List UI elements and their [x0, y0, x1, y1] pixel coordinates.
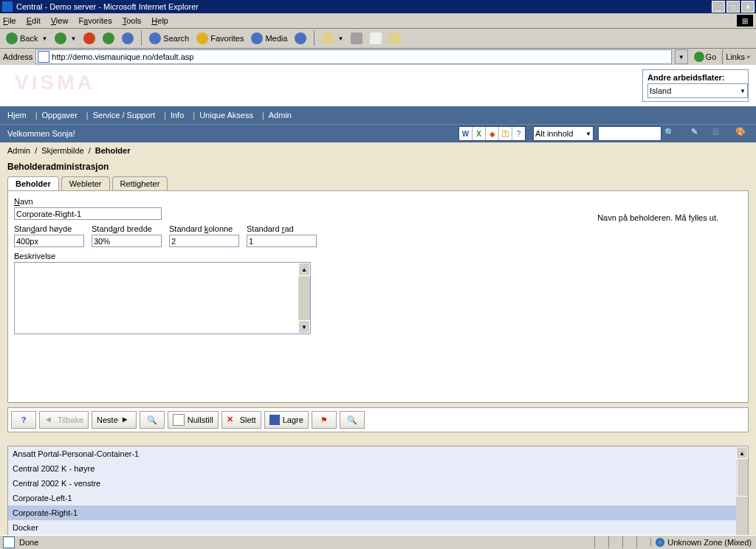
list-item-selected[interactable]: Corporate-Right-1: [8, 505, 748, 520]
mail-button[interactable]: ▼: [319, 31, 346, 46]
navn-label: Navn: [14, 197, 742, 206]
help-icon[interactable]: ?: [512, 127, 525, 140]
security-zone: Unknown Zone (Mixed): [650, 538, 756, 547]
key-icon[interactable]: ⚿: [498, 127, 512, 140]
desc-textarea[interactable]: ▲ ▼: [14, 262, 311, 334]
home-button[interactable]: [119, 31, 137, 46]
print-button[interactable]: [348, 31, 365, 46]
tab-rettigheter[interactable]: Rettigheter: [112, 176, 168, 190]
sh-input[interactable]: [14, 235, 84, 247]
alert-icon[interactable]: ◆: [485, 127, 498, 140]
address-dropdown[interactable]: ▼: [675, 49, 688, 64]
crumb-admin[interactable]: Admin: [7, 146, 30, 155]
workspace-select[interactable]: Island▼: [647, 83, 748, 98]
visma-logo: VISMA: [15, 71, 95, 94]
search-input[interactable]: [598, 126, 662, 141]
menu-view[interactable]: View: [51, 16, 69, 25]
favorites-button[interactable]: Favorites: [193, 31, 247, 46]
excel-icon[interactable]: X: [472, 127, 485, 140]
scroll-down-icon[interactable]: ▼: [298, 320, 310, 334]
media-button[interactable]: Media: [248, 31, 290, 46]
menu-file[interactable]: File: [3, 16, 16, 25]
menu-help[interactable]: Help: [151, 16, 168, 25]
magnifier-icon: 🔍: [147, 415, 157, 425]
flag-button[interactable]: ⚑: [312, 411, 337, 429]
lagre-button[interactable]: Lagre: [264, 411, 309, 429]
help-button[interactable]: ?: [11, 411, 36, 429]
sh-label: Standard høyde: [14, 224, 84, 233]
search-scope-select[interactable]: Alt innhold▼: [533, 126, 594, 141]
sitemap-icon[interactable]: ⌹: [713, 127, 726, 140]
sr-input[interactable]: [247, 235, 317, 247]
close-button[interactable]: ×: [741, 1, 755, 13]
tab-beholder[interactable]: Beholder: [7, 176, 59, 190]
nav-unique[interactable]: Unique Aksess: [199, 111, 253, 120]
slett-button[interactable]: ✕Slett: [221, 411, 261, 429]
nav-hjem[interactable]: Hjem: [7, 111, 27, 120]
status-panel: [636, 536, 650, 548]
throbber-icon: ⊞: [737, 15, 753, 27]
tab-row: Beholder Webleter Rettigheter: [7, 176, 749, 190]
go-button[interactable]: Go: [691, 52, 720, 62]
back-button[interactable]: Back▼: [3, 31, 50, 46]
edit-icon[interactable]: ✎: [691, 127, 704, 140]
nav-admin[interactable]: Admin: [269, 111, 292, 120]
menu-tools[interactable]: Tools: [123, 16, 142, 25]
list-item[interactable]: Central 2002 K - venstre: [8, 476, 748, 491]
links-button[interactable]: Links»: [722, 49, 753, 64]
menu-favorites[interactable]: Favorites: [78, 16, 111, 25]
nav-service[interactable]: Service / Support: [93, 111, 155, 120]
zone-label: Unknown Zone (Mixed): [667, 538, 752, 547]
list-item[interactable]: Ansatt Portal-Personal-Container-1: [8, 446, 748, 461]
menu-bar: File Edit View Favorites Tools Help ⊞: [0, 13, 756, 29]
stop-button[interactable]: [80, 31, 98, 46]
sk-input[interactable]: [169, 235, 239, 247]
nav-info[interactable]: Info: [171, 111, 184, 120]
page-title: Beholderadministrasjon: [7, 159, 749, 175]
navn-input[interactable]: [14, 207, 162, 220]
list-item[interactable]: Corporate-Left-1: [8, 491, 748, 505]
sk-label: Standard kolonne: [169, 224, 239, 233]
sb-input[interactable]: [92, 235, 162, 247]
status-panel: [608, 536, 622, 548]
tilbake-button[interactable]: ◄Tilbake: [39, 411, 89, 429]
minimize-button[interactable]: _: [712, 1, 725, 13]
status-text: Done: [18, 538, 594, 547]
scroll-thumb[interactable]: [737, 458, 749, 497]
search-button[interactable]: Search: [146, 31, 192, 46]
desc-scrollbar[interactable]: ▲ ▼: [298, 263, 310, 334]
tab-webleter[interactable]: Webleter: [61, 176, 110, 190]
forward-button[interactable]: ▼: [52, 31, 79, 46]
list-scrollbar[interactable]: ▲ ▼: [736, 446, 748, 536]
refresh-button[interactable]: [100, 31, 117, 46]
nav-oppgaver[interactable]: Oppgaver: [42, 111, 78, 120]
search-icon[interactable]: 🔍: [664, 128, 676, 139]
discuss-button[interactable]: [386, 31, 404, 46]
address-input[interactable]: http://demo.vismaunique.no/default.asp: [35, 49, 671, 64]
content-area: VISMA Andre arbeidsflater: Island▼ Hjem|…: [0, 65, 756, 536]
globe-icon: [656, 538, 664, 547]
list-item[interactable]: Central 2002 K - høyre: [8, 461, 748, 476]
zoom-button[interactable]: 🔍: [140, 411, 165, 429]
wand-button[interactable]: 🔍: [340, 411, 365, 429]
logo-area: VISMA Andre arbeidsflater: Island▼: [0, 65, 756, 106]
history-button[interactable]: [292, 31, 309, 46]
welcome-text: Velkommen Sonja!: [7, 129, 458, 138]
export-icons: W X ◆ ⚿ ?: [458, 126, 526, 141]
list-item[interactable]: Docker: [8, 520, 748, 535]
maximize-button[interactable]: □: [726, 1, 740, 13]
crumb-skjermbilde[interactable]: Skjermbilde: [41, 146, 83, 155]
welcome-bar: Velkommen Sonja! W X ◆ ⚿ ? Alt innhold▼ …: [0, 124, 756, 142]
menu-edit[interactable]: Edit: [27, 16, 41, 25]
back-label: Back: [20, 34, 38, 43]
edit-button[interactable]: [367, 31, 385, 46]
neste-button[interactable]: Neste►: [92, 411, 137, 429]
action-bar: ? ◄Tilbake Neste► 🔍 Nullstill ✕Slett Lag…: [7, 407, 749, 432]
page-icon: [3, 536, 15, 548]
favorites-label: Favorites: [210, 34, 244, 43]
word-icon[interactable]: W: [459, 127, 472, 140]
palette-icon[interactable]: 🎨: [735, 127, 749, 140]
scroll-up-icon[interactable]: ▲: [298, 263, 310, 276]
status-panel: [622, 536, 636, 548]
nullstill-button[interactable]: Nullstill: [168, 411, 219, 429]
